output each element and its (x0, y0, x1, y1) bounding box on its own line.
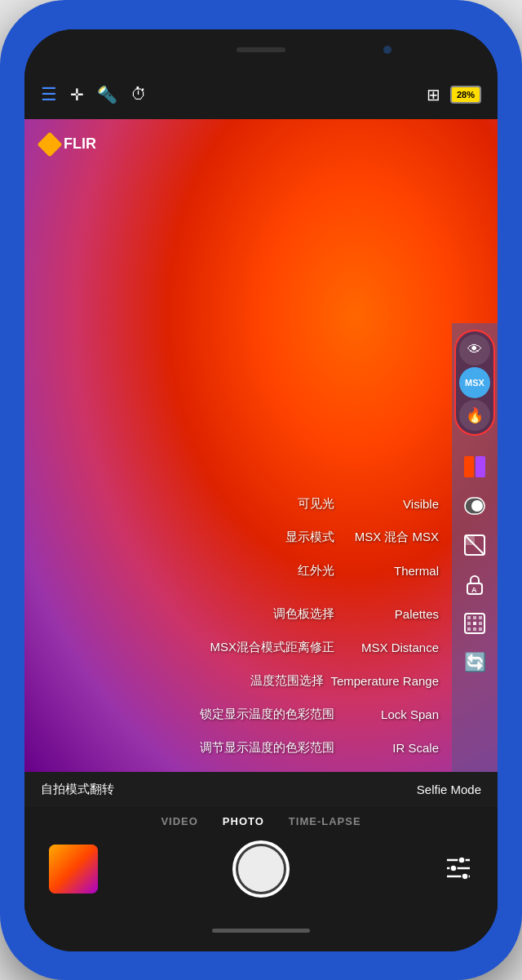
visible-en: Visible (341, 497, 439, 511)
shutter-button[interactable] (232, 840, 290, 898)
status-bar: ☰ ✛ 🔦 ⏱ ⊞ 28% (24, 70, 498, 119)
menu-item-temp-range[interactable]: 温度范围选择 Temperature Range (24, 665, 452, 697)
visible-cn: 可见光 (298, 496, 334, 512)
menu-item-msx[interactable]: 显示模式 MSX 混合 MSX (24, 521, 452, 553)
flir-logo: FLIR (41, 135, 96, 153)
selfie-cn: 自拍模式翻转 (41, 782, 114, 797)
menu-item-lock-span[interactable]: 锁定显示温度的色彩范围 Lock Span (24, 698, 452, 730)
photo-thumbnail[interactable] (49, 845, 98, 894)
svg-rect-17 (479, 627, 482, 631)
menu-list: 可见光 Visible 显示模式 MSX 混合 MSX 红外光 Thermal (24, 323, 452, 772)
side-toolbar: 👁 MSX 🔥 (452, 323, 498, 772)
tab-video[interactable]: VIDEO (161, 815, 197, 827)
timer-icon[interactable]: ⏱ (130, 85, 147, 104)
bottom-bar: 自拍模式翻转 Selfie Mode VIDEO PHOTO TIME-LAPS… (24, 772, 498, 911)
phone-frame: ☰ ✛ 🔦 ⏱ ⊞ 28% FLIR (0, 0, 522, 980)
menu-item-ir-scale[interactable]: 调节显示温度的色彩范围 IR Scale (24, 732, 452, 764)
svg-rect-13 (473, 622, 476, 625)
visible-mode-button[interactable]: 👁 (459, 335, 490, 366)
speaker (237, 47, 285, 52)
svg-rect-0 (464, 456, 474, 477)
palettes-cn: 调色板选择 (273, 606, 334, 622)
shutter-inner (238, 846, 284, 892)
menu-item-visible[interactable]: 可见光 Visible (24, 488, 452, 520)
nav-icons: ☰ ✛ 🔦 ⏱ (41, 84, 427, 105)
menu-item-palettes[interactable]: 调色板选择 Palettes (24, 598, 452, 630)
temp-range-button[interactable] (457, 527, 493, 563)
svg-rect-10 (473, 616, 476, 619)
camera-view: FLIR 可见光 Visible 显示模式 MSX 混合 MSX (24, 119, 498, 772)
tab-photo[interactable]: PHOTO (223, 815, 264, 827)
temp-range-cn: 温度范围选择 (250, 673, 324, 689)
flashlight-icon[interactable]: 🔦 (97, 85, 117, 104)
msx-cn: 显示模式 (285, 530, 334, 545)
selfie-en: Selfie Mode (417, 783, 481, 796)
flir-diamond-icon (37, 131, 62, 157)
ir-scale-cn: 调节显示温度的色彩范围 (200, 740, 334, 756)
phone-screen: ☰ ✛ 🔦 ⏱ ⊞ 28% FLIR (24, 29, 498, 951)
svg-rect-5 (465, 535, 475, 545)
msx-distance-button[interactable] (457, 488, 493, 524)
camera-controls (24, 832, 498, 911)
svg-point-24 (462, 873, 468, 880)
menu-icon[interactable]: ☰ (41, 84, 57, 105)
svg-point-22 (450, 865, 457, 871)
svg-rect-18 (49, 845, 98, 894)
svg-rect-16 (473, 627, 476, 631)
display-mode-group: 👁 MSX 🔥 (454, 330, 495, 436)
palettes-en: Palettes (341, 607, 439, 621)
mode-tabs: VIDEO PHOTO TIME-LAPSE (24, 807, 498, 832)
svg-point-20 (458, 857, 465, 863)
thermal-mode-button[interactable]: 🔥 (459, 400, 490, 431)
svg-rect-15 (467, 627, 471, 631)
msx-distance-cn: MSX混合模式距离修正 (210, 640, 334, 655)
temp-range-en: Temperature Range (330, 674, 439, 688)
menu-item-msx-distance[interactable]: MSX混合模式距离修正 MSX Distance (24, 632, 452, 663)
svg-text:A: A (471, 586, 477, 594)
msx-en: MSX 混合 MSX (341, 530, 439, 545)
svg-rect-12 (467, 622, 471, 625)
battery-indicator: 28% (450, 86, 481, 104)
selfie-mode-button[interactable]: 🔄 (457, 645, 493, 681)
svg-rect-1 (476, 456, 485, 477)
lock-span-en: Lock Span (341, 707, 439, 721)
msx-distance-en: MSX Distance (341, 641, 439, 654)
thermal-cn: 红外光 (298, 563, 334, 579)
adjust-button[interactable] (424, 852, 473, 886)
front-camera (383, 46, 392, 54)
svg-point-3 (471, 500, 483, 512)
status-right: ⊞ 28% (427, 85, 481, 104)
thermal-en: Thermal (341, 564, 439, 578)
lock-span-button[interactable]: A (457, 566, 493, 602)
lock-span-cn: 锁定显示温度的色彩范围 (200, 707, 334, 722)
crosshair-icon[interactable]: ✛ (70, 85, 84, 104)
bottom-bezel (24, 911, 498, 951)
top-bezel (24, 29, 498, 70)
layers-icon[interactable]: ⊞ (427, 85, 440, 104)
menu-overlay: 可见光 Visible 显示模式 MSX 混合 MSX 红外光 Thermal (24, 323, 498, 772)
ir-scale-en: IR Scale (341, 741, 439, 755)
home-indicator (212, 929, 310, 933)
svg-rect-11 (479, 616, 482, 619)
msx-mode-button[interactable]: MSX (459, 367, 490, 398)
svg-rect-14 (479, 622, 482, 625)
menu-item-thermal[interactable]: 红外光 Thermal (24, 555, 452, 587)
selfie-mode-bar: 自拍模式翻转 Selfie Mode (24, 772, 498, 807)
palettes-button[interactable] (457, 449, 493, 485)
ir-scale-button[interactable] (457, 605, 493, 641)
svg-rect-9 (467, 616, 471, 619)
tab-timelapse[interactable]: TIME-LAPSE (289, 815, 361, 827)
flir-text: FLIR (64, 135, 96, 153)
